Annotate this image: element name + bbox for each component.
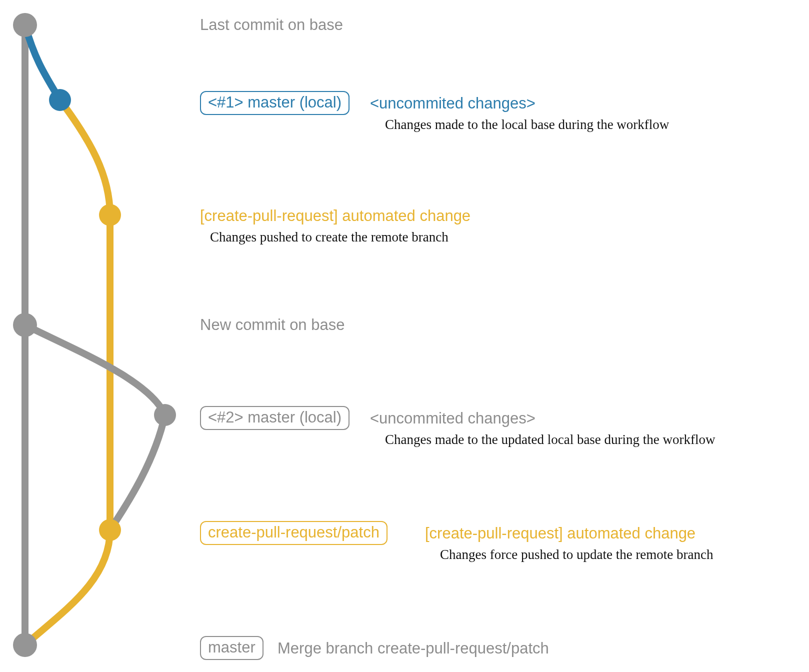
row7-pill-wrap: master — [200, 636, 264, 660]
row2-pill: <#1> master (local) — [200, 91, 350, 115]
row6-pill-wrap: create-pull-request/patch — [200, 521, 388, 545]
row6-pill: create-pull-request/patch — [200, 521, 388, 545]
row5-sub: Changes made to the updated local base d… — [385, 432, 716, 448]
node-local-1 — [49, 89, 71, 111]
yellow-branch-a — [60, 100, 110, 215]
row7-title: Merge branch create-pull-request/patch — [278, 640, 549, 657]
row6-sub: Changes force pushed to update the remot… — [440, 548, 714, 562]
row5-pill: <#2> master (local) — [200, 406, 350, 430]
row1-title: Last commit on base — [200, 16, 343, 34]
node-new-commit — [13, 313, 37, 337]
row2-pill-wrap: <#1> master (local) — [200, 91, 350, 115]
row5-pill-wrap: <#2> master (local) — [200, 406, 350, 430]
blue-branch — [25, 25, 60, 100]
git-graph-diagram: Last commit on base <#1> master (local) … — [0, 0, 809, 672]
yellow-branch-c — [25, 530, 110, 645]
row7-pill: master — [200, 636, 264, 660]
row5-tag: <uncommited changes> — [370, 410, 536, 427]
gray-detour-back — [110, 415, 165, 530]
row2-sub: Changes made to the local base during th… — [385, 118, 669, 132]
node-last-commit — [13, 13, 37, 37]
gray-detour-out — [25, 325, 165, 415]
node-local-2 — [154, 404, 176, 426]
row3-sub: Changes pushed to create the remote bran… — [210, 230, 448, 245]
row4-title: New commit on base — [200, 316, 344, 334]
node-patch — [99, 519, 121, 541]
row3-title: [create-pull-request] automated change — [200, 208, 470, 224]
row2-tag: <uncommited changes> — [370, 95, 536, 112]
node-merge — [13, 633, 37, 657]
node-automated-1 — [99, 204, 121, 226]
row6-title: [create-pull-request] automated change — [425, 525, 696, 542]
